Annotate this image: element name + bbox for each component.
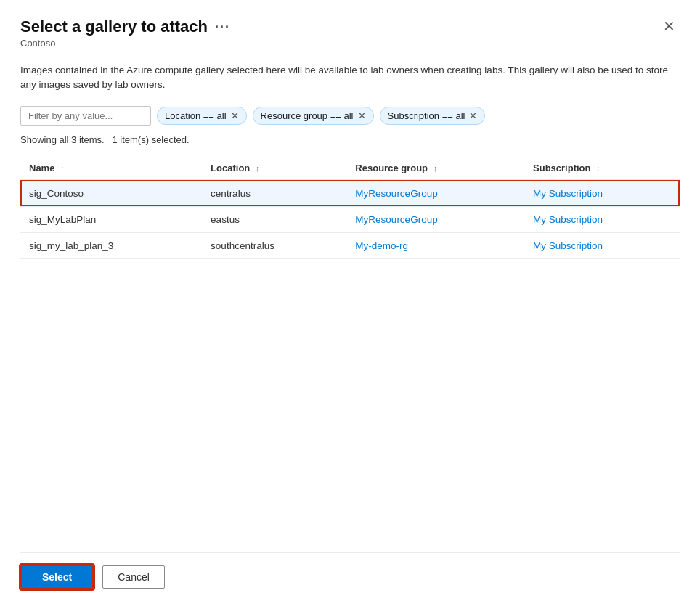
cancel-button[interactable]: Cancel [102,565,165,589]
cell-subscription[interactable]: My Subscription [524,232,680,258]
col-name-label: Name [29,163,54,173]
resourcegroup-filter-tag: Resource group == all ✕ [253,107,374,125]
showing-text: Showing all 3 items. 1 item(s) selected. [20,134,680,145]
dialog-header: Select a gallery to attach ··· Contoso ✕ [20,17,680,49]
cell-subscription[interactable]: My Subscription [524,180,680,207]
table-body: sig_ContosocentralusMyResourceGroupMy Su… [20,180,680,259]
resourcegroup-tag-label: Resource group == all [261,110,354,121]
cell-resourcegroup[interactable]: My-demo-rg [346,232,524,258]
close-button[interactable]: ✕ [659,17,680,35]
dialog-title-area: Select a gallery to attach ··· Contoso [20,17,230,49]
col-sub-sort-icon: ↕ [596,164,601,173]
filter-row: Location == all ✕ Resource group == all … [20,106,680,126]
col-rg-sort-icon: ↕ [434,164,438,173]
subscription-tag-label: Subscription == all [388,110,465,121]
selected-count: 1 item(s) selected. [112,134,189,145]
cell-name: sig_my_lab_plan_3 [20,232,202,258]
col-location-header[interactable]: Location ↕ [202,157,346,180]
col-sub-label: Subscription [533,163,590,173]
ellipsis-menu[interactable]: ··· [215,20,230,35]
cell-name: sig_MyLabPlan [20,206,202,232]
cell-subscription[interactable]: My Subscription [524,206,680,232]
cell-name: sig_Contoso [20,180,202,207]
col-resourcegroup-header[interactable]: Resource group ↕ [346,157,524,180]
col-location-label: Location [211,163,250,173]
table-row[interactable]: sig_ContosocentralusMyResourceGroupMy Su… [20,180,680,207]
location-filter-tag: Location == all ✕ [157,107,247,125]
dialog-title: Select a gallery to attach ··· [20,17,230,36]
col-name-sort-icon: ↑ [60,164,65,173]
table-row[interactable]: sig_my_lab_plan_3southcentralusMy-demo-r… [20,232,680,258]
dialog-footer: Select Cancel [20,552,680,601]
dialog-subtitle: Contoso [20,38,230,49]
cell-resourcegroup[interactable]: MyResourceGroup [346,180,524,207]
location-tag-label: Location == all [165,110,227,121]
resourcegroup-tag-close[interactable]: ✕ [358,111,366,120]
col-rg-label: Resource group [355,163,428,173]
cell-location: southcentralus [202,232,346,258]
col-name-header[interactable]: Name ↑ [20,157,202,180]
subscription-tag-close[interactable]: ✕ [469,111,477,120]
cell-location: eastus [202,206,346,232]
showing-count: Showing all 3 items. [20,134,105,145]
filter-input[interactable] [20,106,151,126]
gallery-table: Name ↑ Location ↕ Resource group ↕ Subsc… [20,157,680,259]
select-gallery-dialog: Select a gallery to attach ··· Contoso ✕… [0,0,700,601]
subscription-filter-tag: Subscription == all ✕ [380,107,486,125]
title-text: Select a gallery to attach [20,17,208,36]
cell-resourcegroup[interactable]: MyResourceGroup [346,206,524,232]
col-location-sort-icon: ↕ [256,164,260,173]
dialog-description: Images contained in the Azure compute ga… [20,63,674,93]
table-header-row: Name ↑ Location ↕ Resource group ↕ Subsc… [20,157,680,180]
gallery-table-container: Name ↑ Location ↕ Resource group ↕ Subsc… [20,157,680,553]
location-tag-close[interactable]: ✕ [231,111,239,120]
select-button[interactable]: Select [20,565,94,589]
col-subscription-header[interactable]: Subscription ↕ [524,157,680,180]
table-row[interactable]: sig_MyLabPlaneastusMyResourceGroupMy Sub… [20,206,680,232]
cell-location: centralus [202,180,346,207]
